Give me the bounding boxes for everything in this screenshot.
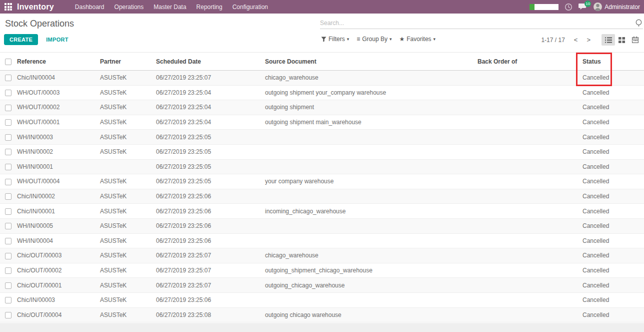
- calendar-view-button[interactable]: [628, 34, 642, 46]
- cell-reference[interactable]: Chic/OUT/00004: [15, 307, 98, 322]
- select-all-checkbox[interactable]: [5, 59, 12, 65]
- cell-reference[interactable]: WH/OUT/00004: [15, 174, 98, 189]
- column-header-status[interactable]: Status: [580, 53, 644, 71]
- cell-partner[interactable]: ASUSTeK: [98, 130, 154, 145]
- cell-source-document[interactable]: chicago_warehouse: [263, 248, 476, 263]
- pager-previous-button[interactable]: <: [571, 35, 581, 45]
- cell-partner[interactable]: ASUSTeK: [98, 292, 154, 307]
- table-row[interactable]: Chic/OUT/00002 ASUSTeK 06/27/2019 23:25:…: [0, 263, 644, 278]
- table-row[interactable]: WH/IN/00005 ASUSTeK 06/27/2019 23:25:06 …: [0, 218, 644, 233]
- row-checkbox[interactable]: [5, 312, 12, 318]
- row-checkbox[interactable]: [5, 208, 12, 215]
- cell-partner[interactable]: ASUSTeK: [98, 100, 154, 115]
- cell-partner[interactable]: ASUSTeK: [98, 115, 154, 130]
- cell-source-document[interactable]: outgoing shipment: [263, 100, 476, 115]
- row-checkbox[interactable]: [5, 90, 12, 96]
- table-row[interactable]: WH/IN/00004 ASUSTeK 06/27/2019 23:25:06 …: [0, 233, 644, 248]
- row-checkbox[interactable]: [5, 267, 12, 274]
- cell-scheduled-date[interactable]: 06/27/2019 23:25:05: [154, 159, 263, 174]
- pager-next-button[interactable]: >: [584, 35, 594, 45]
- create-button[interactable]: CREATE: [4, 34, 38, 45]
- cell-status[interactable]: Cancelled: [580, 100, 644, 115]
- cell-back-order-of[interactable]: [476, 174, 580, 189]
- cell-partner[interactable]: [98, 159, 154, 174]
- cell-scheduled-date[interactable]: 06/27/2019 23:25:06: [154, 218, 263, 233]
- user-menu[interactable]: Administrator: [594, 3, 640, 11]
- cell-status[interactable]: Cancelled: [580, 278, 644, 293]
- apps-grid-icon[interactable]: [4, 3, 12, 11]
- messages-icon[interactable]: 10: [578, 3, 588, 11]
- cell-reference[interactable]: Chic/IN/00001: [15, 204, 98, 219]
- favorites-dropdown[interactable]: ★ Favorites ▾: [399, 36, 436, 43]
- cell-status[interactable]: Cancelled: [580, 307, 644, 322]
- cell-status[interactable]: Cancelled: [580, 174, 644, 189]
- cell-status[interactable]: Cancelled: [580, 85, 644, 100]
- menu-item[interactable]: Configuration: [232, 3, 269, 12]
- cell-source-document[interactable]: [263, 218, 476, 233]
- cell-partner[interactable]: ASUSTeK: [98, 218, 154, 233]
- cell-status[interactable]: Cancelled: [580, 292, 644, 307]
- cell-status[interactable]: Cancelled: [580, 144, 644, 159]
- menu-item[interactable]: Dashboard: [74, 3, 106, 12]
- row-checkbox[interactable]: [5, 164, 12, 170]
- cell-reference[interactable]: Chic/IN/00004: [15, 71, 98, 86]
- cell-back-order-of[interactable]: [476, 159, 580, 174]
- table-row[interactable]: WH/OUT/00004 ASUSTeK 06/27/2019 23:25:05…: [0, 174, 644, 189]
- table-row[interactable]: Chic/OUT/00003 ASUSTeK 06/27/2019 23:25:…: [0, 248, 644, 263]
- cell-back-order-of[interactable]: [476, 218, 580, 233]
- cell-scheduled-date[interactable]: 06/27/2019 23:25:07: [154, 248, 263, 263]
- menu-item[interactable]: Reporting: [196, 3, 224, 12]
- table-row[interactable]: WH/OUT/00002 ASUSTeK 06/27/2019 23:25:04…: [0, 100, 644, 115]
- cell-source-document[interactable]: your company warehouse: [263, 174, 476, 189]
- cell-reference[interactable]: Chic/OUT/00001: [15, 278, 98, 293]
- cell-back-order-of[interactable]: [476, 263, 580, 278]
- table-row[interactable]: WH/IN/00001 06/27/2019 23:25:05 Cancelle…: [0, 159, 644, 174]
- row-checkbox[interactable]: [5, 223, 12, 229]
- table-row[interactable]: Chic/IN/00002 ASUSTeK 06/27/2019 23:25:0…: [0, 189, 644, 204]
- row-checkbox[interactable]: [5, 238, 12, 244]
- cell-partner[interactable]: ASUSTeK: [98, 204, 154, 219]
- column-header-reference[interactable]: Reference: [15, 53, 98, 71]
- cell-scheduled-date[interactable]: 06/27/2019 23:25:05: [154, 144, 263, 159]
- table-row[interactable]: Chic/IN/00003 ASUSTeK 06/27/2019 23:25:0…: [0, 292, 644, 307]
- cell-back-order-of[interactable]: [476, 100, 580, 115]
- table-row[interactable]: WH/OUT/00003 ASUSTeK 06/27/2019 23:25:04…: [0, 85, 644, 100]
- cell-source-document[interactable]: outgoing_chicago_warehouse: [263, 278, 476, 293]
- cell-reference[interactable]: WH/IN/00005: [15, 218, 98, 233]
- activities-clock-icon[interactable]: [564, 3, 572, 11]
- cell-partner[interactable]: ASUSTeK: [98, 174, 154, 189]
- table-row[interactable]: Chic/OUT/00004 ASUSTeK 06/27/2019 23:25:…: [0, 307, 644, 322]
- cell-reference[interactable]: Chic/IN/00002: [15, 189, 98, 204]
- cell-scheduled-date[interactable]: 06/27/2019 23:25:07: [154, 71, 263, 86]
- column-header-scheduled-date[interactable]: Scheduled Date: [154, 53, 263, 71]
- kanban-view-button[interactable]: [615, 34, 628, 46]
- cell-partner[interactable]: ASUSTeK: [98, 307, 154, 322]
- cell-source-document[interactable]: [263, 159, 476, 174]
- cell-status[interactable]: Cancelled: [580, 71, 644, 86]
- cell-source-document[interactable]: outgoing shipment main_warehouse: [263, 115, 476, 130]
- planner-progress-bar[interactable]: [530, 4, 558, 10]
- cell-reference[interactable]: WH/IN/00004: [15, 233, 98, 248]
- cell-source-document[interactable]: outgoing shipment your_company warehouse: [263, 85, 476, 100]
- cell-partner[interactable]: ASUSTeK: [98, 233, 154, 248]
- row-checkbox[interactable]: [5, 149, 12, 155]
- row-checkbox[interactable]: [5, 105, 12, 111]
- table-row[interactable]: WH/OUT/00001 ASUSTeK 06/27/2019 23:25:04…: [0, 115, 644, 130]
- cell-back-order-of[interactable]: [476, 278, 580, 293]
- cell-source-document[interactable]: outgoing_shipment_chicago_warehouse: [263, 263, 476, 278]
- cell-reference[interactable]: Chic/OUT/00002: [15, 263, 98, 278]
- cell-status[interactable]: Cancelled: [580, 263, 644, 278]
- cell-scheduled-date[interactable]: 06/27/2019 23:25:06: [154, 189, 263, 204]
- cell-source-document[interactable]: [263, 144, 476, 159]
- cell-reference[interactable]: WH/IN/00002: [15, 144, 98, 159]
- cell-status[interactable]: Cancelled: [580, 204, 644, 219]
- cell-scheduled-date[interactable]: 06/27/2019 23:25:07: [154, 263, 263, 278]
- row-checkbox[interactable]: [5, 134, 12, 141]
- cell-back-order-of[interactable]: [476, 85, 580, 100]
- cell-scheduled-date[interactable]: 06/27/2019 23:25:05: [154, 174, 263, 189]
- cell-reference[interactable]: WH/OUT/00001: [15, 115, 98, 130]
- cell-source-document[interactable]: chicago_warehouse: [263, 71, 476, 86]
- row-checkbox[interactable]: [5, 253, 12, 259]
- cell-source-document[interactable]: [263, 233, 476, 248]
- cell-status[interactable]: Cancelled: [580, 218, 644, 233]
